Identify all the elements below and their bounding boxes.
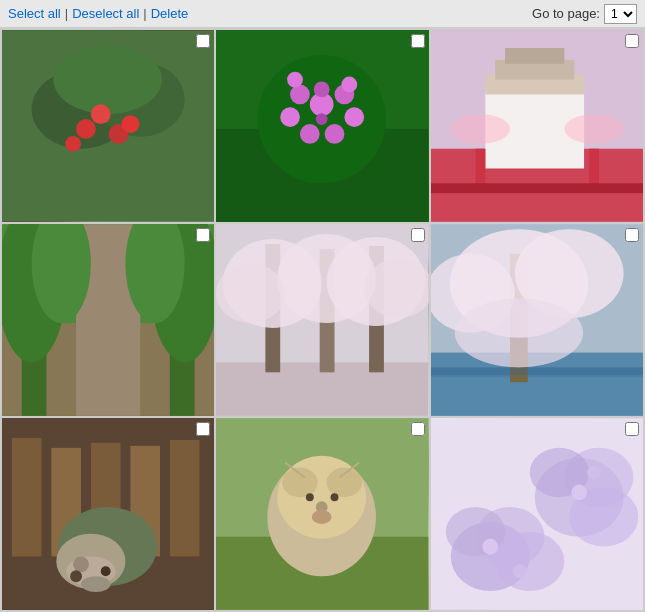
photo-2 [216, 30, 428, 222]
gallery-grid [0, 28, 645, 612]
photo-3 [431, 30, 643, 222]
svg-point-99 [513, 564, 527, 578]
photo-checkbox-9[interactable] [625, 422, 639, 436]
svg-rect-9 [2, 30, 214, 222]
svg-point-100 [587, 466, 601, 480]
gallery-cell-3 [430, 29, 644, 223]
go-to-page-label: Go to page: [532, 6, 600, 21]
photo-6 [431, 224, 643, 416]
svg-point-97 [482, 539, 498, 555]
toolbar: Select all | Deselect all | Delete Go to… [0, 0, 645, 28]
gallery-cell-2 [215, 29, 429, 223]
photo-checkbox-4[interactable] [196, 228, 210, 242]
photo-4 [2, 224, 214, 416]
svg-point-34 [564, 114, 623, 144]
photo-8 [216, 418, 428, 610]
svg-point-61 [454, 298, 582, 367]
separator-1: | [65, 6, 68, 21]
page-select[interactable]: 1 2 3 [604, 4, 637, 24]
gallery-cell-1 [1, 29, 215, 223]
svg-point-23 [342, 77, 358, 93]
gallery-cell-4 [1, 223, 215, 417]
svg-point-20 [316, 113, 328, 125]
svg-point-85 [312, 510, 332, 524]
photo-1 [2, 30, 214, 222]
svg-point-21 [314, 82, 330, 98]
photo-checkbox-6[interactable] [625, 228, 639, 242]
gallery-cell-9 [430, 417, 644, 611]
svg-rect-64 [12, 438, 42, 557]
photo-checkbox-1[interactable] [196, 34, 210, 48]
svg-point-74 [70, 570, 82, 582]
svg-point-92 [495, 532, 564, 591]
photo-checkbox-5[interactable] [411, 228, 425, 242]
svg-rect-32 [431, 183, 643, 193]
separator-2: | [143, 6, 146, 21]
svg-point-18 [300, 124, 320, 144]
svg-point-19 [325, 124, 345, 144]
svg-rect-31 [589, 149, 599, 189]
photo-checkbox-7[interactable] [196, 422, 210, 436]
photo-9 [431, 418, 643, 610]
select-all-link[interactable]: Select all [8, 6, 61, 21]
svg-rect-30 [475, 149, 485, 189]
svg-rect-68 [170, 440, 200, 557]
svg-point-73 [81, 576, 111, 592]
photo-checkbox-8[interactable] [411, 422, 425, 436]
svg-point-17 [345, 107, 365, 127]
photo-5 [216, 224, 428, 416]
svg-point-80 [282, 468, 318, 498]
gallery-cell-6 [430, 223, 644, 417]
svg-point-75 [101, 566, 111, 576]
photo-checkbox-3[interactable] [625, 34, 639, 48]
svg-point-22 [287, 72, 303, 88]
svg-point-33 [450, 114, 509, 144]
photo-checkbox-2[interactable] [411, 34, 425, 48]
svg-point-72 [73, 556, 89, 572]
svg-point-52 [216, 264, 285, 323]
svg-point-84 [331, 493, 339, 501]
delete-link[interactable]: Delete [151, 6, 189, 21]
svg-rect-62 [431, 367, 643, 375]
deselect-all-link[interactable]: Deselect all [72, 6, 139, 21]
svg-point-81 [327, 468, 363, 498]
gallery-cell-5 [215, 223, 429, 417]
svg-rect-29 [505, 48, 564, 64]
photo-7 [2, 418, 214, 610]
gallery-cell-8 [215, 417, 429, 611]
gallery-cell-7 [1, 417, 215, 611]
svg-point-98 [571, 484, 587, 500]
toolbar-right: Go to page: 1 2 3 [532, 4, 637, 24]
svg-point-14 [290, 85, 310, 105]
svg-point-83 [306, 493, 314, 501]
toolbar-left: Select all | Deselect all | Delete [8, 6, 188, 21]
svg-point-16 [281, 107, 301, 127]
